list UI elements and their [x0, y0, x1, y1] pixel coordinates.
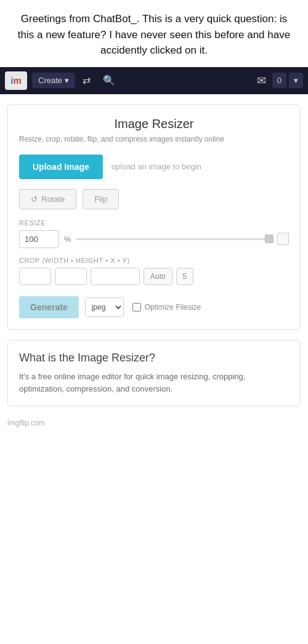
flip-button[interactable]: Flip — [83, 189, 119, 209]
mail-button[interactable]: ✉ — [253, 71, 270, 90]
resize-slider[interactable] — [76, 238, 274, 240]
create-button[interactable]: Create ▾ — [32, 73, 75, 88]
watermark-text: imgflip.com — [7, 419, 45, 427]
tool-card: Image Resizer Resize, crop, rotate, flip… — [7, 104, 301, 330]
intro-text: Greetings from ChatBot_. This is a very … — [0, 0, 308, 67]
info-body: It's a free online image editor for quic… — [19, 371, 289, 396]
resize-slider-wrap — [76, 233, 289, 245]
rotate-icon: ↺ — [31, 195, 38, 204]
action-row: ↺ Rotate Flip — [19, 189, 289, 209]
slider-end-box — [277, 233, 289, 245]
tool-subtitle: Resize, crop, rotate, flip, and compress… — [19, 135, 289, 143]
nav-dropdown-button[interactable]: ▾ — [289, 73, 303, 88]
optimize-row: Optimize Filesize — [132, 303, 201, 312]
format-select-wrap: jpeg png gif webp — [85, 297, 124, 317]
resize-unit: % — [64, 235, 71, 244]
count-button[interactable]: 0 — [272, 73, 286, 88]
tool-title: Image Resizer — [19, 117, 289, 131]
flip-label: Flip — [94, 195, 107, 204]
crop-label: CROP (width • height • x • y) — [19, 257, 289, 264]
rotate-label: Rotate — [41, 195, 65, 204]
generate-row: Generate jpeg png gif webp Optimize File… — [19, 296, 289, 318]
logo[interactable]: im — [5, 71, 27, 90]
upload-image-button[interactable]: Upload Image — [19, 155, 103, 179]
crop-auto-button[interactable]: Auto — [144, 268, 172, 285]
optimize-label: Optimize Filesize — [145, 303, 201, 312]
rotate-button[interactable]: ↺ Rotate — [19, 189, 76, 209]
format-select[interactable]: jpeg png gif webp — [86, 298, 123, 316]
generate-button[interactable]: Generate — [19, 296, 79, 318]
info-title: What is the Image Resizer? — [19, 352, 289, 364]
search-button[interactable]: 🔍 — [98, 72, 120, 89]
shuffle-button[interactable]: ⇄ — [78, 72, 95, 89]
navbar: im Create ▾ ⇄ 🔍 ✉ 0 ▾ — [0, 67, 308, 94]
crop-x-input[interactable] — [91, 268, 140, 285]
crop-height-input[interactable] — [55, 268, 87, 285]
upload-hint: upload an image to begin — [111, 162, 201, 171]
crop-num: 5 — [176, 268, 193, 285]
create-chevron-icon: ▾ — [65, 76, 69, 85]
optimize-checkbox[interactable] — [132, 303, 141, 312]
resize-row: % — [19, 230, 289, 248]
info-card: What is the Image Resizer? It's a free o… — [7, 340, 301, 407]
search-icon: 🔍 — [103, 74, 115, 86]
mail-icon: ✉ — [257, 74, 266, 87]
crop-width-input[interactable] — [19, 268, 51, 285]
resize-input[interactable] — [19, 230, 59, 248]
crop-auto-label: Auto — [150, 272, 166, 281]
footer-watermark: imgflip.com — [0, 416, 308, 430]
upload-row: Upload Image upload an image to begin — [19, 155, 289, 179]
count-label: 0 — [277, 76, 282, 85]
crop-row: Auto 5 — [19, 268, 289, 285]
shuffle-icon: ⇄ — [83, 74, 91, 86]
logo-m: m — [13, 75, 21, 86]
create-label: Create — [38, 76, 62, 85]
resize-label: RESIZE — [19, 219, 289, 227]
nav-dropdown-icon: ▾ — [294, 76, 298, 85]
